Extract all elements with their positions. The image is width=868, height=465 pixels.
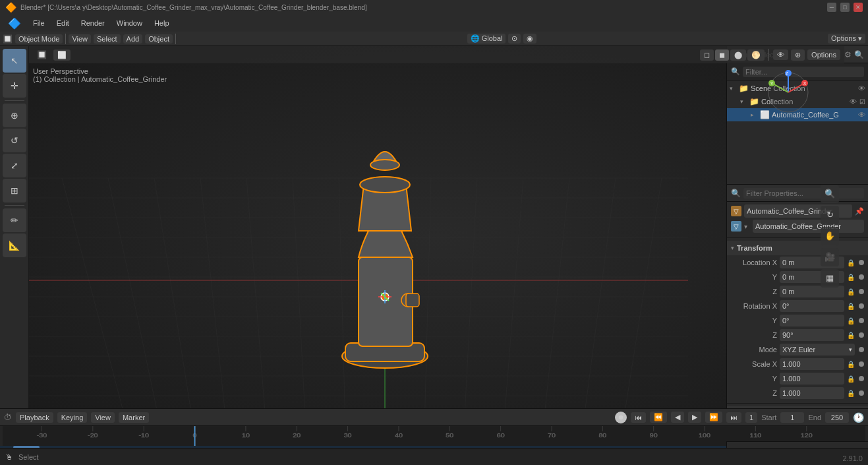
outliner-search-icon[interactable]: 🔍 xyxy=(854,50,864,59)
solid-shading[interactable]: ◼ xyxy=(715,49,729,61)
file-menu-button[interactable]: File xyxy=(28,18,50,28)
edit-menu-button[interactable]: Edit xyxy=(51,18,74,28)
location-x-lock[interactable]: 🔒 xyxy=(847,259,855,266)
play-reverse-button[interactable]: ◀ xyxy=(671,412,684,423)
location-y-dot[interactable] xyxy=(859,274,864,280)
object-menu[interactable]: Object xyxy=(145,34,173,44)
rotation-x-field[interactable]: 0° xyxy=(780,300,844,312)
options-button[interactable]: Options ▾ xyxy=(828,34,865,44)
rotate-tool[interactable]: ↺ xyxy=(3,129,26,152)
playback-menu[interactable]: Playback xyxy=(16,412,53,423)
rotation-z-lock[interactable]: 🔒 xyxy=(847,332,855,339)
properties-search-input[interactable] xyxy=(743,188,864,199)
view-menu[interactable]: View xyxy=(69,34,91,44)
transform-tool[interactable]: ⊞ xyxy=(3,179,26,202)
location-z-lock[interactable]: 🔒 xyxy=(847,288,855,295)
options-header-button[interactable]: Options xyxy=(807,49,840,60)
rotation-y-lock[interactable]: 🔒 xyxy=(847,317,855,325)
current-frame-display[interactable]: 1 xyxy=(745,412,757,423)
transform-selector[interactable]: 🌐 Global xyxy=(467,34,506,44)
help-menu-button[interactable]: Help xyxy=(149,18,175,28)
jump-to-start[interactable]: ⏮ xyxy=(631,412,646,423)
snap-button[interactable]: ⊙ xyxy=(508,34,521,44)
object-data-selector[interactable]: ▾ xyxy=(744,223,747,230)
window-controls[interactable]: ─ □ ✕ xyxy=(827,3,863,12)
pin-icon[interactable]: 📌 xyxy=(855,207,864,216)
rotation-z-field[interactable]: 90° xyxy=(780,329,844,341)
location-z-field[interactable]: 0 m xyxy=(780,286,844,297)
end-frame-input[interactable]: 250 xyxy=(825,412,849,423)
camera-view-button[interactable]: 🎥 xyxy=(821,248,839,266)
start-frame-input[interactable]: 1 xyxy=(780,412,804,423)
outliner-filter-icon[interactable]: ⚙ xyxy=(844,50,852,59)
viewport-grid xyxy=(29,46,844,425)
scale-y-field[interactable]: 1.000 xyxy=(780,373,844,385)
annotate-tool[interactable]: ✏ xyxy=(3,208,26,232)
object-data-name-field[interactable]: Automatic_Coffee_Grinder xyxy=(753,220,864,233)
rotation-x-dot[interactable] xyxy=(859,303,864,309)
window-menu-button[interactable]: Window xyxy=(111,18,148,28)
transform-arrow: ▾ xyxy=(731,245,734,251)
view-menu[interactable]: View xyxy=(91,412,115,423)
scale-x-dot[interactable] xyxy=(859,361,864,367)
scale-z-dot[interactable] xyxy=(859,390,864,396)
scale-y-lock[interactable]: 🔒 xyxy=(847,375,855,383)
scale-y-dot[interactable] xyxy=(859,376,864,381)
collection-exclude-checkbox[interactable]: ☑ xyxy=(859,98,865,106)
close-button[interactable]: ✕ xyxy=(854,3,863,12)
wireframe-shading[interactable]: ◻ xyxy=(700,49,714,61)
minimize-button[interactable]: ─ xyxy=(827,3,836,12)
scale-x-lock[interactable]: 🔒 xyxy=(847,361,855,368)
scale-z-lock[interactable]: 🔒 xyxy=(847,390,855,397)
rotation-mode-field[interactable]: XYZ Euler ▾ xyxy=(780,344,855,356)
time-display-icon[interactable]: 🕐 xyxy=(853,412,864,423)
overlay-button[interactable]: 👁 xyxy=(773,49,788,60)
rotation-x-lock[interactable]: 🔒 xyxy=(847,303,855,310)
jump-to-end[interactable]: ⏭ xyxy=(726,412,741,423)
viewport-shading-mode[interactable]: ⬜ xyxy=(53,49,71,61)
gizmo-button[interactable]: ⊕ xyxy=(791,49,805,61)
mode-selector[interactable]: Object Mode xyxy=(15,34,63,44)
material-shading[interactable]: ⬤ xyxy=(730,49,746,61)
location-z-dot[interactable] xyxy=(859,289,864,294)
marker-menu[interactable]: Marker xyxy=(119,412,149,423)
toggle-grid-button[interactable]: ▦ xyxy=(821,269,839,288)
mode-dot[interactable] xyxy=(859,347,864,352)
prev-keyframe[interactable]: ⏪ xyxy=(650,412,667,423)
scene-collection-visibility[interactable]: 👁 xyxy=(858,84,865,92)
pan-button[interactable]: ✋ xyxy=(821,227,839,245)
record-button[interactable]: ⏺ xyxy=(615,412,627,423)
measure-tool[interactable]: 📐 xyxy=(3,233,26,257)
cursor-tool[interactable]: ✛ xyxy=(3,74,26,98)
zoom-in-button[interactable]: 🔍 xyxy=(821,185,839,203)
blender-menu-button[interactable]: 🔷 xyxy=(3,16,26,31)
navigation-gizmo[interactable]: Z X Y xyxy=(765,69,811,115)
collection-visibility[interactable]: 👁 xyxy=(850,98,857,106)
add-menu[interactable]: Add xyxy=(123,34,143,44)
maximize-button[interactable]: □ xyxy=(840,3,850,12)
object-name-area: ▽ Automatic_Coffee_Grinder 📌 ▽ ▾ Automat… xyxy=(727,202,868,238)
rotation-z-dot[interactable] xyxy=(859,332,864,338)
orbit-button[interactable]: ↻ xyxy=(821,206,839,224)
scale-x-field[interactable]: 1.000 xyxy=(780,358,844,370)
location-x-dot[interactable] xyxy=(859,260,864,265)
auto-coffee-visibility[interactable]: 👁 xyxy=(858,111,865,119)
scale-x-row: Scale X 1.000 🔒 xyxy=(727,357,868,371)
move-tool[interactable]: ⊕ xyxy=(3,104,26,127)
rotation-y-field[interactable]: 0° xyxy=(780,315,844,326)
transform-section-header[interactable]: ▾ Transform xyxy=(727,241,868,255)
location-y-lock[interactable]: 🔒 xyxy=(847,274,855,281)
proportional-edit-button[interactable]: ◉ xyxy=(523,34,536,44)
rotation-y-dot[interactable] xyxy=(859,318,864,323)
scale-z-field[interactable]: 1.000 xyxy=(780,387,844,399)
render-menu-button[interactable]: Render xyxy=(76,18,110,28)
scale-tool[interactable]: ⤢ xyxy=(3,154,26,177)
keying-menu[interactable]: Keying xyxy=(57,412,88,423)
play-button[interactable]: ▶ xyxy=(688,412,701,423)
next-keyframe[interactable]: ⏩ xyxy=(705,412,722,423)
rendered-shading[interactable]: 🌕 xyxy=(747,49,765,61)
select-menu[interactable]: Select xyxy=(94,34,121,44)
3d-viewport[interactable]: 🔲 ⬜ ◻ ◼ ⬤ 🌕 👁 ⊕ Options User Perspective… xyxy=(29,46,844,425)
properties-search-icon[interactable]: 🔍 xyxy=(731,189,741,198)
select-box-tool[interactable]: ↖ xyxy=(3,49,26,73)
